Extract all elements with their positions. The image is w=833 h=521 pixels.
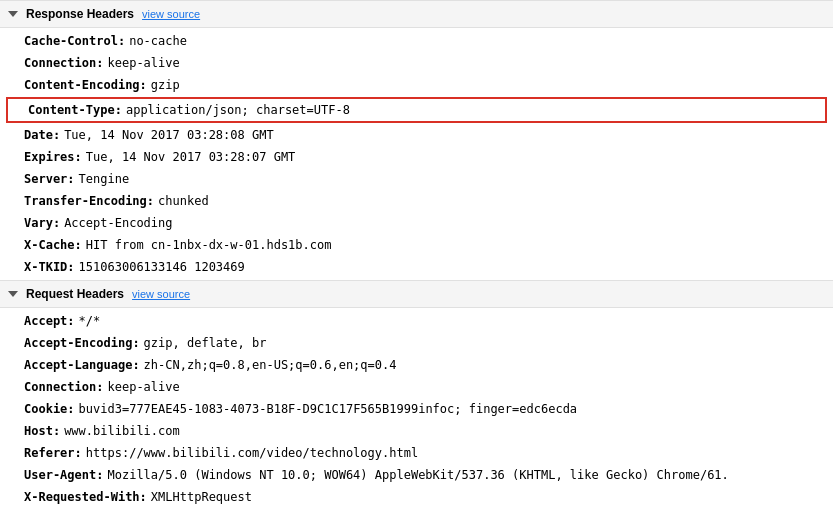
header-value: Mozilla/5.0 (Windows NT 10.0; WOW64) App…: [107, 466, 728, 484]
colon: :: [96, 378, 103, 396]
colon: :: [118, 32, 125, 50]
colon: :: [67, 400, 74, 418]
response-headers-header[interactable]: Response Headers view source: [0, 1, 833, 28]
colon: :: [75, 444, 82, 462]
colon: :: [115, 101, 122, 119]
header-name: X-Cache: [24, 236, 75, 254]
header-value: Tengine: [79, 170, 130, 188]
response-headers-view-source[interactable]: view source: [142, 8, 200, 20]
table-row: Cache-Control: no-cache: [0, 30, 833, 52]
header-value: 151063006133146 1203469: [79, 258, 245, 276]
header-value: keep-alive: [107, 54, 179, 72]
request-headers-title: Request Headers: [26, 287, 124, 301]
table-row: Accept: */*: [0, 310, 833, 332]
header-name: X-Requested-With: [24, 488, 140, 506]
colon: :: [132, 334, 139, 352]
header-name: Connection: [24, 378, 96, 396]
colon: :: [132, 356, 139, 374]
header-value: HIT from cn-1nbx-dx-w-01.hds1b.com: [86, 236, 332, 254]
table-row: Content-Type: application/json; charset=…: [6, 97, 827, 123]
header-value: XMLHttpRequest: [151, 488, 252, 506]
table-row: Referer: https://www.bilibili.com/video/…: [0, 442, 833, 464]
header-value: zh-CN,zh;q=0.8,en-US;q=0.6,en;q=0.4: [144, 356, 397, 374]
response-headers-title: Response Headers: [26, 7, 134, 21]
header-value: www.bilibili.com: [64, 422, 180, 440]
table-row: Connection: keep-alive: [0, 376, 833, 398]
header-value: */*: [79, 312, 101, 330]
table-row: X-Cache: HIT from cn-1nbx-dx-w-01.hds1b.…: [0, 234, 833, 256]
header-value: https://www.bilibili.com/video/technolog…: [86, 444, 418, 462]
header-name: Server: [24, 170, 67, 188]
header-name: X-TKID: [24, 258, 67, 276]
colon: :: [53, 422, 60, 440]
colon: :: [67, 258, 74, 276]
response-headers-table: Cache-Control: no-cacheConnection: keep-…: [0, 28, 833, 280]
colon: :: [140, 488, 147, 506]
header-name: Expires: [24, 148, 75, 166]
table-row: Vary: Accept-Encoding: [0, 212, 833, 234]
colon: :: [75, 236, 82, 254]
header-name: User-Agent: [24, 466, 96, 484]
header-name: Cache-Control: [24, 32, 118, 50]
colon: :: [53, 214, 60, 232]
header-value: chunked: [158, 192, 209, 210]
triangle-icon-req: [8, 291, 18, 297]
header-value: keep-alive: [107, 378, 179, 396]
header-value: Accept-Encoding: [64, 214, 172, 232]
colon: :: [67, 312, 74, 330]
colon: :: [96, 466, 103, 484]
header-value: no-cache: [129, 32, 187, 50]
colon: :: [75, 148, 82, 166]
header-name: Host: [24, 422, 53, 440]
header-name: Vary: [24, 214, 53, 232]
header-name: Date: [24, 126, 53, 144]
request-headers-view-source[interactable]: view source: [132, 288, 190, 300]
table-row: X-TKID: 151063006133146 1203469: [0, 256, 833, 278]
header-value: buvid3=777EAE45-1083-4073-B18F-D9C1C17F5…: [79, 400, 578, 418]
triangle-icon: [8, 11, 18, 17]
colon: :: [53, 126, 60, 144]
header-name: Referer: [24, 444, 75, 462]
table-row: Accept-Encoding: gzip, deflate, br: [0, 332, 833, 354]
colon: :: [140, 76, 147, 94]
header-value: gzip, deflate, br: [144, 334, 267, 352]
header-name: Accept: [24, 312, 67, 330]
header-value: Tue, 14 Nov 2017 03:28:07 GMT: [86, 148, 296, 166]
colon: :: [96, 54, 103, 72]
table-row: Transfer-Encoding: chunked: [0, 190, 833, 212]
header-name: Accept-Language: [24, 356, 132, 374]
response-headers-section: Response Headers view source Cache-Contr…: [0, 0, 833, 280]
header-name: Connection: [24, 54, 96, 72]
table-row: User-Agent: Mozilla/5.0 (Windows NT 10.0…: [0, 464, 833, 486]
table-row: Accept-Language: zh-CN,zh;q=0.8,en-US;q=…: [0, 354, 833, 376]
table-row: X-Requested-With: XMLHttpRequest: [0, 486, 833, 508]
table-row: Expires: Tue, 14 Nov 2017 03:28:07 GMT: [0, 146, 833, 168]
header-name: Transfer-Encoding: [24, 192, 147, 210]
header-name: Content-Encoding: [24, 76, 140, 94]
header-value: gzip: [151, 76, 180, 94]
table-row: Date: Tue, 14 Nov 2017 03:28:08 GMT: [0, 124, 833, 146]
header-name: Accept-Encoding: [24, 334, 132, 352]
table-row: Host: www.bilibili.com: [0, 420, 833, 442]
header-name: Cookie: [24, 400, 67, 418]
colon: :: [67, 170, 74, 188]
header-value: Tue, 14 Nov 2017 03:28:08 GMT: [64, 126, 274, 144]
request-headers-header[interactable]: Request Headers view source: [0, 281, 833, 308]
table-row: Connection: keep-alive: [0, 52, 833, 74]
header-value: application/json; charset=UTF-8: [126, 101, 350, 119]
request-headers-table: Accept: */*Accept-Encoding: gzip, deflat…: [0, 308, 833, 510]
table-row: Content-Encoding: gzip: [0, 74, 833, 96]
table-row: Cookie: buvid3=777EAE45-1083-4073-B18F-D…: [0, 398, 833, 420]
request-headers-section: Request Headers view source Accept: */*A…: [0, 280, 833, 510]
header-name: Content-Type: [28, 101, 115, 119]
table-row: Server: Tengine: [0, 168, 833, 190]
colon: :: [147, 192, 154, 210]
